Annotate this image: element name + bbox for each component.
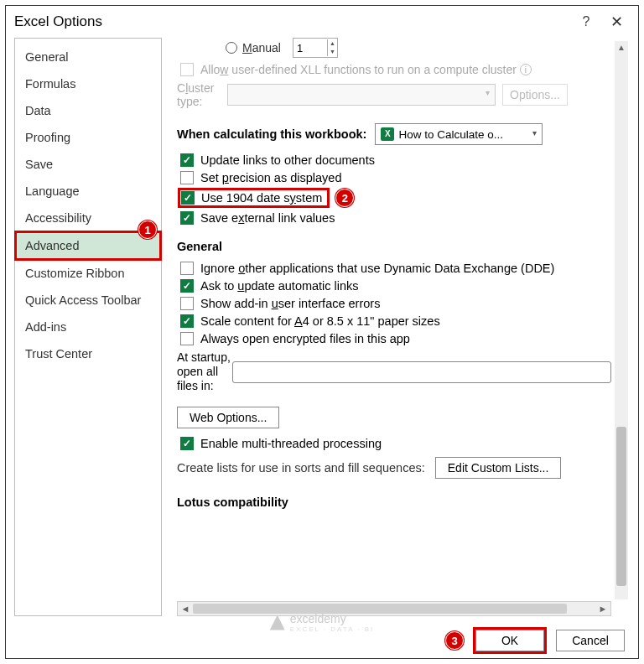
workbook-dropdown[interactable]: X How to Calculate o...: [375, 123, 543, 145]
sidebar-item-quick-access-toolbar[interactable]: Quick Access Toolbar: [15, 287, 161, 314]
horizontal-scrollbar[interactable]: ◄ ►: [177, 601, 611, 616]
encrypted-label: Always open encrypted files in this app: [200, 332, 410, 345]
sidebar-item-proofing[interactable]: Proofing: [15, 124, 161, 151]
lotus-section-heading: Lotus compatibility: [177, 495, 611, 509]
web-options-button[interactable]: Web Options...: [177, 407, 279, 428]
multithread-checkbox[interactable]: [180, 437, 194, 450]
encrypted-row: Always open encrypted files in this app: [180, 332, 611, 345]
titlebar: Excel Options ? ✕: [6, 6, 638, 38]
date1904-highlight: Use 1904 date system: [180, 190, 327, 205]
scroll-left-icon[interactable]: ◄: [178, 604, 193, 614]
manual-label: Manual: [242, 41, 281, 54]
date1904-row: Use 1904 date system 2: [180, 189, 611, 207]
cluster-options-button: Options...: [502, 84, 568, 106]
sidebar-item-advanced[interactable]: Advanced: [15, 231, 161, 260]
callout-3: 3: [445, 631, 464, 650]
addin-errors-checkbox[interactable]: [180, 297, 194, 310]
sidebar-item-general[interactable]: General: [15, 44, 161, 70]
xll-checkbox: [180, 63, 194, 76]
help-icon[interactable]: ?: [576, 14, 596, 29]
dialog-footer: 3 OK Cancel: [445, 630, 625, 651]
scale-row: Scale content for A4 or 8.5 x 11" paper …: [180, 314, 611, 328]
startup-row: At startup, open all files in:: [177, 350, 611, 393]
sidebar-item-addins[interactable]: Add-ins: [15, 314, 161, 340]
scale-label: Scale content for A4 or 8.5 x 11" paper …: [200, 314, 440, 328]
main-pane: Manual ▲▼ Allow user-defined XLL functio…: [162, 38, 630, 616]
excel-options-dialog: Excel Options ? ✕ General Formulas Data …: [5, 5, 639, 659]
hscroll-thumb[interactable]: [193, 604, 567, 614]
external-links-row: Save external link values: [180, 211, 611, 225]
autolinks-label: Ask to update automatic links: [200, 279, 359, 293]
spinner-buttons[interactable]: ▲▼: [327, 39, 337, 56]
external-links-checkbox[interactable]: [180, 211, 194, 225]
callout-2: 2: [335, 189, 354, 207]
manual-calc-row: Manual ▲▼: [226, 38, 611, 58]
dialog-title: Excel Options: [14, 13, 576, 30]
dde-row: Ignore other applications that use Dynam…: [180, 262, 611, 275]
update-links-row: Update links to other documents: [180, 153, 611, 167]
cluster-type-label: Cluster type:: [177, 81, 227, 108]
autolinks-row: Ask to update automatic links: [180, 279, 611, 293]
info-icon: i: [520, 64, 532, 75]
external-links-label: Save external link values: [200, 211, 335, 225]
autolinks-checkbox[interactable]: [180, 279, 194, 293]
sidebar-item-language[interactable]: Language: [15, 178, 161, 205]
custom-lists-row: Create lists for use in sorts and fill s…: [177, 457, 611, 479]
encrypted-checkbox[interactable]: [180, 332, 194, 345]
callout-1: 1: [138, 220, 157, 239]
sidebar-item-customize-ribbon[interactable]: Customize Ribbon: [15, 260, 161, 287]
sidebar-item-formulas[interactable]: Formulas: [15, 70, 161, 97]
multithread-label: Enable multi-threaded processing: [200, 437, 382, 450]
watermark-tag: EXCEL · DATA · BI: [290, 625, 375, 633]
scrollable-pane: Manual ▲▼ Allow user-defined XLL functio…: [177, 38, 611, 599]
excel-file-icon: X: [381, 127, 394, 141]
hscroll-track[interactable]: [193, 602, 595, 615]
web-options-row: Web Options...: [177, 407, 611, 428]
custom-lists-label: Create lists for use in sorts and fill s…: [177, 461, 425, 475]
watermark-logo-icon: [270, 615, 285, 630]
manual-spinner[interactable]: ▲▼: [293, 38, 338, 58]
manual-value-input[interactable]: [293, 39, 327, 57]
dde-checkbox[interactable]: [180, 262, 194, 275]
close-icon[interactable]: ✕: [603, 13, 630, 31]
scroll-up-icon[interactable]: ▲: [615, 43, 628, 52]
update-links-checkbox[interactable]: [180, 153, 194, 167]
workbook-section-heading: When calculating this workbook: X How to…: [177, 123, 611, 145]
addin-errors-label: Show add-in user interface errors: [200, 297, 380, 310]
vscroll-thumb[interactable]: [616, 427, 626, 586]
manual-radio[interactable]: [226, 42, 237, 54]
content-area: General Formulas Data Proofing Save Lang…: [14, 38, 630, 616]
precision-checkbox[interactable]: [180, 171, 194, 184]
edit-custom-lists-button[interactable]: Edit Custom Lists...: [435, 457, 562, 479]
scale-checkbox[interactable]: [180, 314, 194, 328]
multithread-row: Enable multi-threaded processing: [180, 437, 611, 450]
precision-label: Set precision as displayed: [200, 171, 341, 184]
spinner-down-icon[interactable]: ▼: [328, 48, 337, 56]
workbook-dropdown-value: How to Calculate o...: [398, 128, 503, 141]
category-sidebar: General Formulas Data Proofing Save Lang…: [14, 38, 162, 616]
ok-button[interactable]: OK: [475, 630, 544, 651]
dde-label: Ignore other applications that use Dynam…: [200, 262, 554, 275]
cancel-button[interactable]: Cancel: [556, 630, 625, 651]
xll-label: Allow user-defined XLL functions to run …: [200, 63, 517, 76]
date1904-checkbox[interactable]: [181, 191, 195, 205]
date1904-label: Use 1904 date system: [201, 191, 322, 205]
general-section-heading: General: [177, 240, 611, 253]
spinner-up-icon[interactable]: ▲: [328, 39, 337, 48]
cluster-row: Cluster type: Options...: [177, 81, 611, 108]
sidebar-item-data[interactable]: Data: [15, 97, 161, 124]
scroll-right-icon[interactable]: ►: [595, 604, 610, 614]
startup-path-input[interactable]: [232, 361, 611, 383]
vertical-scrollbar[interactable]: ▲: [615, 41, 628, 599]
sidebar-item-save[interactable]: Save: [15, 151, 161, 178]
workbook-heading-text: When calculating this workbook:: [177, 127, 366, 141]
update-links-label: Update links to other documents: [200, 153, 375, 167]
xll-row: Allow user-defined XLL functions to run …: [180, 63, 611, 76]
sidebar-item-trust-center[interactable]: Trust Center: [15, 340, 161, 367]
addin-errors-row: Show add-in user interface errors: [180, 297, 611, 310]
startup-label: At startup, open all files in:: [177, 350, 232, 393]
cluster-type-dropdown: [227, 84, 496, 106]
precision-row: Set precision as displayed: [180, 171, 611, 184]
